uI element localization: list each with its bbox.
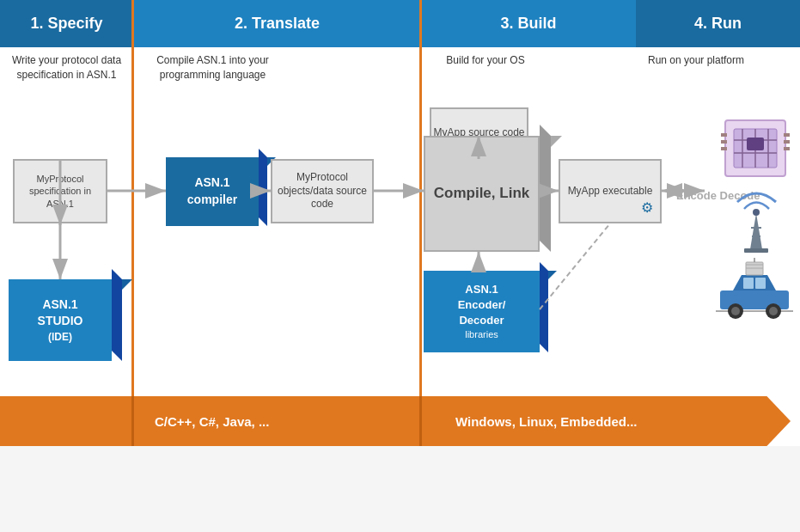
car-icon	[711, 258, 797, 322]
car-svg	[711, 258, 797, 322]
step3-number: 3.	[500, 15, 513, 33]
studio-right-face	[112, 269, 122, 361]
svg-rect-21	[747, 138, 764, 150]
svg-point-38	[731, 307, 740, 315]
compile-container: Compile, Link	[424, 136, 540, 252]
encoder-line3: Decoder	[459, 313, 504, 328]
studio-line2: STUDIO	[38, 313, 83, 330]
divider2	[419, 0, 422, 430]
objects-box: MyProtocol objects/data source code	[271, 159, 374, 223]
svg-point-31	[753, 209, 760, 216]
tower-icon	[720, 180, 793, 254]
svg-marker-28	[750, 213, 762, 249]
encoder-front-face: ASN.1 Encoder/ Decoder libraries	[424, 271, 540, 352]
circuit-svg	[721, 116, 790, 180]
tower-svg	[720, 180, 793, 254]
platform-text: Windows, Linux, Embedded...	[455, 414, 638, 429]
step3-desc: Build for your OS	[425, 53, 546, 68]
compiler-line2: compiler	[187, 192, 237, 209]
svg-rect-24	[721, 147, 727, 150]
step2-number: 2.	[235, 15, 247, 33]
svg-rect-35	[743, 278, 754, 289]
encoder-line4: libraries	[465, 328, 498, 341]
encoder-right-face	[540, 262, 548, 352]
step3-label: Build	[518, 15, 557, 33]
compile-front-face: Compile, Link	[424, 136, 540, 252]
encoder-container: ASN.1 Encoder/ Decoder libraries	[424, 271, 540, 352]
lang-text: C/C++, C#, Java, ...	[155, 414, 269, 429]
svg-rect-36	[755, 278, 766, 289]
svg-rect-26	[784, 140, 790, 144]
svg-rect-32	[744, 248, 768, 253]
main-container: 1. Specify 2. Translate 3. Build 4. Run …	[0, 0, 800, 532]
compiler-container: ASN.1 compiler	[166, 157, 259, 226]
step1-desc: Write your protocol data specification i…	[4, 53, 129, 83]
bottom-bg	[0, 446, 800, 532]
compile-right-face	[540, 125, 551, 252]
divider1	[131, 0, 134, 430]
step4-label: Run	[711, 15, 742, 33]
step1-label: Specify	[48, 15, 103, 33]
svg-rect-25	[784, 133, 790, 137]
studio-container: ASN.1 STUDIO (IDE)	[9, 279, 112, 361]
gear-icon: ⚙	[641, 199, 653, 217]
compiler-front-face: ASN.1 compiler	[166, 157, 259, 226]
svg-point-40	[769, 307, 778, 315]
executable-box: MyApp executable ⚙	[559, 159, 662, 223]
step2-header: 2. Translate	[133, 0, 421, 47]
studio-line1: ASN.1	[42, 297, 77, 314]
bar-divider2	[419, 396, 422, 446]
encoder-line2: Encoder/	[458, 297, 506, 313]
studio-line3: (IDE)	[48, 330, 72, 345]
step1-number: 1.	[30, 15, 43, 33]
svg-rect-22	[721, 133, 727, 137]
studio-front-face: ASN.1 STUDIO (IDE)	[9, 279, 112, 361]
step2-label: Translate	[252, 15, 320, 33]
svg-rect-27	[784, 147, 790, 150]
bar-divider1	[131, 396, 134, 446]
compiler-line1: ASN.1	[194, 174, 229, 192]
step4-header: 4. Run	[636, 0, 800, 47]
orange-bar: C/C++, C#, Java, ... Windows, Linux, Emb…	[0, 396, 791, 446]
circuit-icon	[721, 116, 790, 180]
encoder-line1: ASN.1	[465, 282, 498, 297]
step4-number: 4.	[694, 15, 707, 33]
myprotocol-box: MyProtocol specification in ASN.1	[13, 159, 107, 223]
svg-rect-23	[721, 140, 727, 144]
step3-header: 3. Build	[421, 0, 636, 47]
step2-desc: Compile ASN.1 into your programming lang…	[137, 53, 288, 83]
step4-desc: Run on your platform	[640, 53, 752, 68]
compiler-right-face	[259, 149, 267, 226]
step1-header: 1. Specify	[0, 0, 133, 47]
